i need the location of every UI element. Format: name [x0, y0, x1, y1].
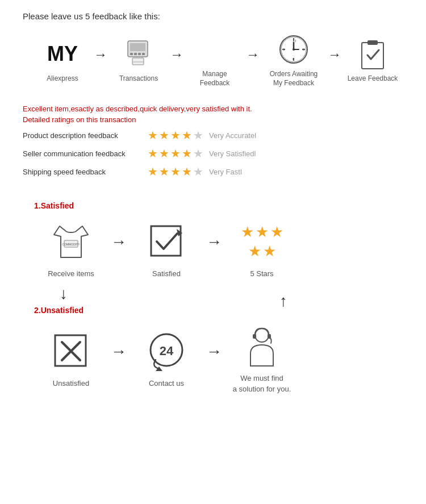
support-svg — [239, 325, 285, 368]
star-2: ★ — [159, 128, 169, 142]
big-star-1: ★ — [241, 223, 254, 241]
flow-step-aliexpress: MY Aliexpress — [34, 37, 91, 84]
star-5-empty: ★ — [193, 128, 203, 142]
arrow-icon-1: → — [94, 47, 107, 63]
flow-label-leave-feedback: Leave Feedback — [348, 74, 398, 84]
arrow-satisfied-1: → — [111, 233, 127, 251]
star-1: ★ — [148, 128, 158, 142]
page-title: Please leave us 5 feedback like this: — [23, 11, 403, 21]
down-arrow-icon: ↓ — [60, 285, 68, 303]
svg-text:12: 12 — [293, 39, 296, 43]
support-icon — [239, 323, 285, 369]
arrow-satisfied-2: → — [206, 233, 222, 251]
flow-label-aliexpress: Aliexpress — [47, 74, 78, 84]
down-arrow-container: ↓ — [60, 285, 403, 303]
shirt-svg: COMMODITY — [48, 220, 94, 263]
flow2-step-satisfied: Satisfied — [130, 219, 203, 279]
flow-step-manage: Manage Feedback — [186, 32, 243, 88]
rating-label-seller: Seller communication feedback — [23, 149, 148, 158]
flow2-step-unsatisfied: Unsatisfied — [34, 328, 108, 389]
feedback-section: Excellent item,esactly as described,quic… — [23, 105, 403, 178]
satisfied-flow: COMMODITY Receive items → Satisfied → — [34, 219, 403, 279]
flow-step-transactions: Transactions — [110, 37, 167, 84]
flow2-label-stars: 5 Stars — [250, 269, 273, 279]
svg-rect-4 — [138, 53, 141, 55]
rating-text-shipping: Very Fastl — [209, 168, 242, 176]
svg-text:24: 24 — [159, 344, 173, 358]
star-sh3: ★ — [170, 165, 181, 178]
flow2-label-satisfied: Satisfied — [152, 269, 181, 279]
rating-text-product: Very Accuratel — [209, 131, 256, 140]
shirt-icon: COMMODITY — [48, 219, 94, 264]
x-box-icon — [48, 328, 94, 374]
unsatisfied-flow: Unsatisfied → 24 Contact us → ↑ — [34, 323, 403, 394]
svg-rect-25 — [151, 226, 181, 256]
arrow-unsatisfied-2: → — [206, 343, 222, 361]
star-3: ★ — [170, 128, 181, 142]
star-sh2: ★ — [159, 165, 169, 178]
clock-icon: 12 3 6 9 — [277, 32, 311, 66]
rating-text-seller: Very Satisfiedl — [209, 149, 256, 158]
clipboard-icon — [356, 37, 390, 71]
up-arrow-icon: ↑ — [279, 292, 287, 310]
flow2-step-contact: 24 Contact us — [130, 328, 203, 389]
stars-shipping: ★ ★ ★ ★ ★ — [148, 165, 203, 178]
pos-machine-svg — [123, 38, 154, 69]
star-sh5-empty: ★ — [193, 165, 203, 178]
rating-row-seller: Seller communication feedback ★ ★ ★ ★ ★ … — [23, 147, 403, 160]
rating-label-shipping: Shipping speed feedback — [23, 168, 148, 176]
star-s2: ★ — [159, 147, 169, 160]
svg-text:COMMODITY: COMMODITY — [62, 243, 80, 246]
five-stars-icon: ★ ★ ★ ★ ★ — [239, 219, 285, 264]
svg-rect-6 — [132, 58, 144, 65]
rating-row-product: Product description feedback ★ ★ ★ ★ ★ V… — [23, 128, 403, 142]
svg-rect-1 — [130, 43, 145, 51]
feedback-red-text2: Detailed ratings on this transaction — [23, 115, 403, 124]
clipboard-svg — [357, 37, 389, 71]
section2: 1.Satisfied COMMODITY Receive items → — [23, 201, 403, 394]
checkmark-box-icon — [144, 219, 189, 264]
flow2-label-contact: Contact us — [149, 378, 184, 389]
flow2-label-receive: Receive items — [48, 269, 94, 279]
flow2-step-stars: ★ ★ ★ ★ ★ 5 Stars — [225, 219, 299, 279]
flow-step-orders: 12 3 6 9 Orders Awaiting My Feedback — [262, 32, 325, 88]
top-flow-diagram: MY Aliexpress → Transactions → Manage Fe… — [34, 32, 403, 88]
feedback-red-text1: Excellent item,esactly as described,quic… — [23, 105, 403, 113]
star-s4: ★ — [182, 147, 192, 160]
arrow-icon-3: → — [246, 47, 260, 63]
arrow-unsatisfied-1: → — [111, 343, 127, 361]
rating-row-shipping: Shipping speed feedback ★ ★ ★ ★ ★ Very F… — [23, 165, 403, 178]
flow2-label-unsatisfied: Unsatisfied — [53, 378, 89, 389]
flow2-label-support: We must find a solution for you. — [233, 373, 291, 394]
svg-rect-3 — [134, 53, 137, 55]
satisfied-label: 1.Satisfied — [34, 201, 403, 210]
star-sh4: ★ — [182, 165, 192, 178]
svg-point-16 — [293, 48, 295, 51]
rating-label-product: Product description feedback — [23, 131, 148, 140]
arrow-icon-2: → — [170, 47, 183, 63]
svg-rect-2 — [130, 53, 133, 55]
flow-label-orders: Orders Awaiting My Feedback — [270, 70, 318, 88]
arrow-icon-4: → — [328, 47, 341, 63]
flow-label-transactions: Transactions — [119, 74, 158, 84]
flow2-step-receive: COMMODITY Receive items — [34, 219, 108, 279]
unsatisfied-label: 2.Unsatisfied — [34, 306, 403, 315]
flow2-step-support: ↑ We must find a solution for you. — [225, 323, 299, 394]
pos-icon — [122, 37, 156, 71]
svg-rect-5 — [142, 53, 145, 55]
svg-rect-34 — [253, 334, 256, 339]
x-box-svg — [51, 331, 91, 372]
stars-product: ★ ★ ★ ★ ★ — [148, 128, 203, 142]
big-star-2: ★ — [256, 223, 269, 241]
stars-seller: ★ ★ ★ ★ ★ — [148, 147, 203, 160]
checkmark-svg — [145, 220, 188, 263]
24h-icon: 24 — [144, 328, 189, 374]
big-star-3: ★ — [270, 223, 283, 241]
flow-label-manage: Manage Feedback — [200, 70, 230, 88]
star-4: ★ — [182, 128, 192, 142]
manage-feedback-icon — [192, 32, 237, 66]
big-star-5: ★ — [263, 243, 276, 260]
my-icon: MY — [45, 37, 80, 71]
svg-rect-22 — [367, 40, 378, 45]
star-s1: ★ — [148, 147, 158, 160]
